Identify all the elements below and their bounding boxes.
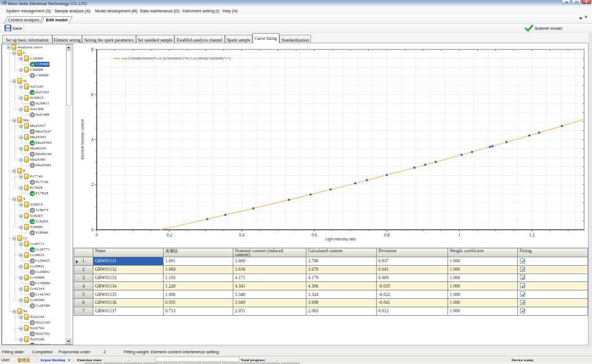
svg-text:4: 4 — [91, 137, 93, 142]
svg-text:1: 1 — [458, 233, 460, 238]
svg-text:1.2: 1.2 — [529, 233, 535, 238]
svg-text:0: 0 — [91, 228, 93, 233]
svg-text:6: 6 — [91, 92, 93, 97]
svg-text:2: 2 — [91, 182, 93, 187]
svg-text:0.2: 0.2 — [166, 233, 172, 238]
svg-text:0.8: 0.8 — [384, 233, 390, 238]
svg-text:0.6: 0.6 — [311, 233, 317, 238]
svg-text:c=(-0.59558035400547)+(3.32754: c=(-0.59558035400547)+(3.32754458052774)… — [122, 57, 231, 60]
svg-text:8: 8 — [91, 47, 93, 52]
svg-text:Light intensity ratio: Light intensity ratio — [326, 237, 356, 242]
svg-text:0: 0 — [96, 233, 98, 238]
svg-text:Element nominal content: Element nominal content — [80, 119, 84, 160]
svg-text:0.4: 0.4 — [239, 233, 245, 238]
